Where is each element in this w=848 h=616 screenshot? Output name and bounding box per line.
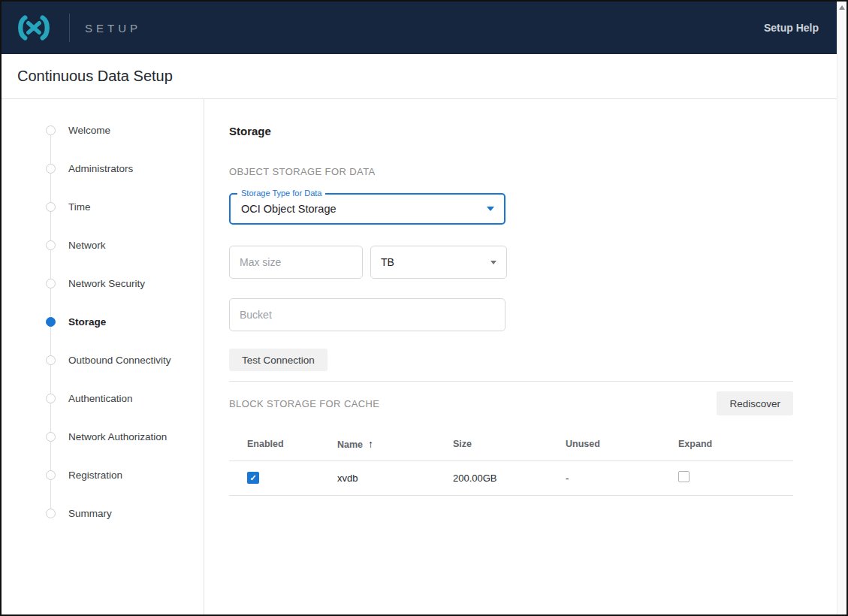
main-column: SETUP Setup Help Continuous Data Setup W… [2, 2, 837, 614]
cell-enabled: ✓ [229, 460, 337, 495]
stepper-item-network[interactable]: Network [2, 226, 204, 264]
stepper-item-welcome[interactable]: Welcome [2, 111, 204, 149]
content-body: WelcomeAdministratorsTimeNetworkNetwork … [2, 99, 837, 614]
stepper-item-administrators[interactable]: Administrators [2, 149, 204, 188]
step-label: Summary [68, 508, 112, 519]
stepper-item-outbound-connectivity[interactable]: Outbound Connectivity [2, 341, 204, 379]
setup-help-link[interactable]: Setup Help [764, 22, 819, 34]
device-row: ✓xvdb200.00GB- [229, 460, 793, 495]
size-unit-value: TB [381, 256, 394, 268]
step-dot-icon [46, 432, 56, 442]
stepper-item-time[interactable]: Time [2, 188, 204, 226]
column-label: Name [337, 439, 363, 450]
setup-app-window: SETUP Setup Help Continuous Data Setup W… [0, 0, 848, 616]
step-label: Time [68, 201, 91, 213]
wizard-sidebar: WelcomeAdministratorsTimeNetworkNetwork … [2, 99, 204, 614]
bucket-input[interactable] [229, 298, 505, 331]
cell-expand [678, 460, 793, 495]
step-dot-icon [46, 240, 56, 250]
step-dot-icon [46, 202, 56, 212]
panel-heading: Storage [229, 125, 793, 137]
column-label: Size [453, 439, 472, 449]
chevron-down-icon [487, 207, 494, 211]
column-header-enabled[interactable]: Enabled [229, 428, 337, 460]
enabled-checkbox[interactable]: ✓ [247, 472, 259, 484]
column-header-unused[interactable]: Unused [566, 428, 678, 460]
section-divider [229, 381, 793, 382]
step-label: Storage [68, 316, 106, 328]
step-active-dot-icon [46, 317, 56, 327]
column-label: Unused [566, 439, 600, 449]
delphix-logo-icon [14, 14, 54, 42]
object-storage-section-label: OBJECT STORAGE FOR DATA [229, 166, 793, 177]
header-divider [69, 14, 70, 42]
sort-asc-icon: ↑ [368, 438, 373, 450]
stepper-item-storage[interactable]: Storage [2, 303, 204, 341]
column-header-name[interactable]: Name↑ [337, 428, 453, 460]
step-label: Registration [68, 470, 122, 481]
storage-type-value: OCI Object Storage [241, 203, 336, 215]
step-dot-icon [46, 164, 56, 174]
block-devices-table: EnabledName↑SizeUnusedExpand ✓xvdb200.00… [229, 428, 793, 496]
storage-panel: Storage OBJECT STORAGE FOR DATA Storage … [204, 99, 837, 614]
cell-name: xvdb [337, 460, 453, 495]
stepper: WelcomeAdministratorsTimeNetworkNetwork … [2, 99, 204, 533]
block-storage-header: BLOCK STORAGE FOR CACHE Rediscover [229, 391, 793, 415]
max-size-row: TB [229, 246, 793, 279]
step-dot-icon [46, 355, 56, 365]
step-label: Welcome [68, 125, 110, 136]
stepper-item-network-security[interactable]: Network Security [2, 264, 204, 303]
rediscover-button[interactable]: Rediscover [717, 391, 793, 415]
step-dot-icon [46, 470, 56, 480]
size-unit-select[interactable]: TB [370, 246, 507, 279]
column-label: Enabled [247, 439, 284, 449]
block-storage-section-label: BLOCK STORAGE FOR CACHE [229, 398, 379, 409]
column-header-size[interactable]: Size [453, 428, 566, 460]
step-label: Network Authorization [68, 431, 167, 442]
chevron-down-icon [490, 261, 496, 264]
step-dot-icon [46, 509, 56, 518]
step-dot-icon [46, 279, 56, 288]
cell-unused: - [566, 460, 678, 495]
column-label: Expand [678, 439, 712, 449]
brand-label: SETUP [85, 22, 141, 35]
table-body: ✓xvdb200.00GB- [229, 460, 793, 495]
step-dot-icon [46, 125, 56, 135]
vertical-scrollbar[interactable] [837, 2, 846, 614]
step-label: Network Security [68, 278, 145, 289]
test-connection-button[interactable]: Test Connection [229, 349, 327, 371]
step-dot-icon [46, 394, 56, 403]
max-size-input[interactable] [229, 246, 363, 279]
column-header-expand[interactable]: Expand [678, 428, 793, 460]
title-bar: Continuous Data Setup [2, 54, 837, 99]
step-label: Authentication [68, 393, 133, 404]
page-title: Continuous Data Setup [17, 68, 173, 85]
storage-type-select[interactable]: Storage Type for Data OCI Object Storage [229, 193, 505, 225]
expand-checkbox[interactable] [678, 471, 690, 482]
stepper-item-network-authorization[interactable]: Network Authorization [2, 418, 204, 456]
app-header: SETUP Setup Help [2, 2, 837, 54]
stepper-item-registration[interactable]: Registration [2, 456, 204, 494]
step-label: Network [68, 240, 106, 251]
cell-size: 200.00GB [453, 460, 566, 495]
step-label: Administrators [68, 163, 133, 174]
table-header-row: EnabledName↑SizeUnusedExpand [229, 428, 793, 460]
stepper-item-authentication[interactable]: Authentication [2, 379, 204, 418]
step-label: Outbound Connectivity [68, 355, 171, 366]
scroll-up-icon[interactable] [839, 5, 845, 10]
stepper-item-summary[interactable]: Summary [2, 494, 204, 533]
storage-type-label: Storage Type for Data [237, 189, 325, 198]
